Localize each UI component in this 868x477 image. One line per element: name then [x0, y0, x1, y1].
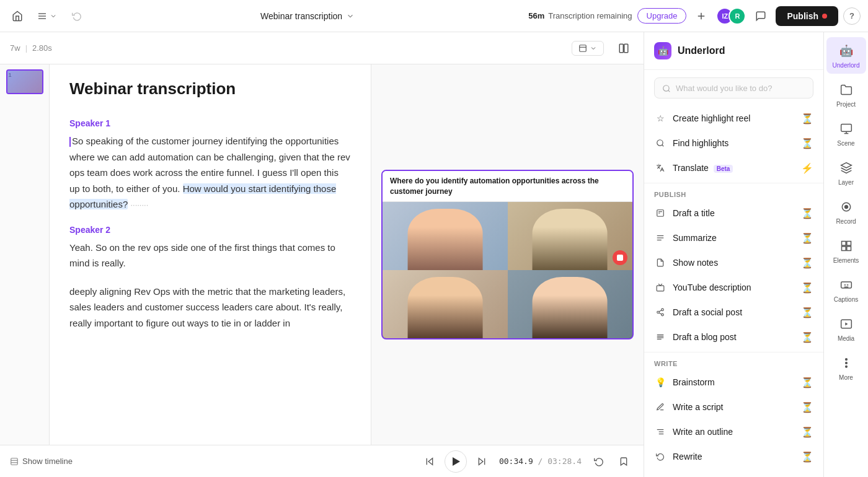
- ai-item-highlight-reel[interactable]: ☆ Create highlight reel ⏳: [644, 106, 823, 131]
- add-button[interactable]: [691, 6, 711, 26]
- transcript-toolbar: 7w | 2.80s: [0, 32, 644, 64]
- credit-icon-3: ⚡: [801, 162, 813, 174]
- sidebar-item-scene[interactable]: Scene: [826, 115, 866, 152]
- show-timeline-button[interactable]: Show timeline: [10, 457, 73, 466]
- youtube-icon: [654, 281, 666, 294]
- sidebar-item-elements[interactable]: Elements: [826, 232, 866, 269]
- topbar-center: Webinar transcription: [92, 11, 523, 21]
- translate-icon: [654, 162, 666, 174]
- transcript-text-area[interactable]: Webinar transcription Speaker 1 So speak…: [50, 64, 371, 445]
- svg-rect-49: [841, 247, 846, 251]
- video-cell-2: [508, 202, 633, 270]
- credit-icon-11: ⏳: [801, 401, 813, 413]
- ai-item-write-script[interactable]: Write a script ⏳: [644, 395, 823, 419]
- svg-point-55: [845, 366, 847, 368]
- credit-icon-6: ⏳: [801, 257, 813, 269]
- timeline-label: Show timeline: [22, 457, 73, 466]
- credit-icon-10: ⏳: [801, 377, 813, 388]
- avatar-group: IZ R: [716, 7, 746, 25]
- video-cell-4: [508, 270, 633, 338]
- transcript-content: 1 Webinar transcription Speaker 1 So spe…: [0, 64, 644, 445]
- blog-icon: [654, 331, 666, 343]
- publish-button[interactable]: Publish: [776, 6, 838, 26]
- ai-item-write-outline[interactable]: Write an outline ⏳: [644, 419, 823, 444]
- ai-item-summarize[interactable]: Summarize ⏳: [644, 225, 823, 250]
- sidebar-item-record[interactable]: Record: [826, 193, 866, 230]
- person-3: [407, 277, 482, 338]
- undo-button[interactable]: [67, 6, 87, 26]
- sidebar-item-media[interactable]: Media: [826, 310, 866, 347]
- playback-controls: [420, 450, 492, 473]
- draft-title-icon: [654, 207, 666, 219]
- slide-thumbnail-1[interactable]: 1: [6, 69, 43, 94]
- person-4: [533, 277, 608, 338]
- sidebar-item-captions[interactable]: Captions: [826, 271, 866, 308]
- svg-marker-44: [841, 163, 851, 168]
- svg-rect-47: [841, 242, 846, 246]
- speaker-2-text-2: deeply aligning Rev Ops with the metric …: [69, 284, 351, 331]
- svg-rect-5: [580, 45, 587, 51]
- write-section-label: Write: [644, 355, 823, 370]
- svg-line-19: [662, 145, 664, 147]
- svg-point-53: [845, 359, 847, 361]
- rewrite-label: Rewrite: [673, 452, 702, 462]
- scene-label: Scene: [837, 140, 854, 147]
- person-2: [533, 209, 608, 270]
- ai-item-rewrite[interactable]: Rewrite ⏳: [644, 444, 823, 469]
- sidebar-item-more[interactable]: More: [826, 349, 866, 386]
- summarize-icon: [654, 232, 666, 244]
- credit-icon-8: ⏳: [801, 307, 813, 318]
- ai-item-youtube-desc[interactable]: YouTube description ⏳: [644, 275, 823, 300]
- underlord-search[interactable]: What would you like to do?: [654, 77, 813, 98]
- search-placeholder: What would you like to do?: [676, 84, 805, 93]
- menu-button[interactable]: [32, 9, 62, 24]
- view-toggle-button[interactable]: [572, 41, 604, 56]
- skip-back-button[interactable]: [420, 452, 440, 471]
- publish-section-label: Publish: [644, 186, 823, 201]
- sidebar-item-project[interactable]: Project: [826, 76, 866, 113]
- home-button[interactable]: [7, 6, 27, 26]
- ai-item-blog-post[interactable]: Draft a blog post ⏳: [644, 325, 823, 349]
- script-icon: [654, 401, 666, 413]
- svg-rect-9: [11, 458, 18, 465]
- sidebar-item-layer[interactable]: Layer: [826, 154, 866, 191]
- split-view-button[interactable]: [614, 38, 634, 58]
- ai-item-show-notes[interactable]: Show notes ⏳: [644, 250, 823, 275]
- speaker-1-label: Speaker 1: [69, 118, 351, 128]
- bookmark-button[interactable]: [614, 452, 634, 471]
- duration: 2.80s: [32, 43, 52, 53]
- playback-right-controls: [589, 452, 634, 471]
- ai-item-social-post[interactable]: Draft a social post ⏳: [644, 300, 823, 325]
- svg-rect-20: [657, 210, 664, 217]
- transcript-title: Webinar transcription: [69, 79, 351, 98]
- help-button[interactable]: ?: [843, 7, 861, 25]
- ai-item-draft-title[interactable]: Draft a title ⏳: [644, 201, 823, 225]
- rewind-button[interactable]: [589, 452, 609, 471]
- find-icon: [654, 137, 666, 149]
- main-content: 7w | 2.80s 1 Web: [0, 32, 868, 477]
- find-highlights-label: Find highlights: [673, 138, 728, 148]
- timeline-icon: [10, 457, 19, 466]
- divider-1: [644, 183, 823, 183]
- captions-label: Captions: [834, 296, 858, 303]
- skip-forward-button[interactable]: [472, 452, 492, 471]
- more-icon: [838, 354, 855, 372]
- brainstorm-label: Brainstorm: [673, 377, 715, 387]
- ai-item-find-highlights[interactable]: Find highlights ⏳: [644, 131, 823, 155]
- document-title[interactable]: Webinar transcription: [260, 11, 342, 21]
- video-cell-3: [383, 270, 508, 338]
- elements-icon: [838, 237, 855, 255]
- chat-button[interactable]: [751, 6, 771, 26]
- toolbar-stats: 7w | 2.80s: [10, 43, 52, 53]
- svg-point-18: [657, 140, 663, 146]
- project-label: Project: [836, 101, 856, 108]
- blog-post-label: Draft a blog post: [673, 332, 737, 342]
- ai-item-brainstorm[interactable]: 💡 Brainstorm ⏳: [644, 370, 823, 395]
- upgrade-button[interactable]: Upgrade: [637, 8, 687, 24]
- svg-rect-50: [846, 247, 851, 251]
- transcription-time: 56m: [528, 11, 544, 20]
- sidebar-item-underlord[interactable]: 🤖 Underlord: [826, 37, 866, 74]
- ai-item-translate[interactable]: Translate Beta ⚡: [644, 155, 823, 180]
- layer-label: Layer: [838, 179, 854, 186]
- play-button[interactable]: [445, 450, 467, 473]
